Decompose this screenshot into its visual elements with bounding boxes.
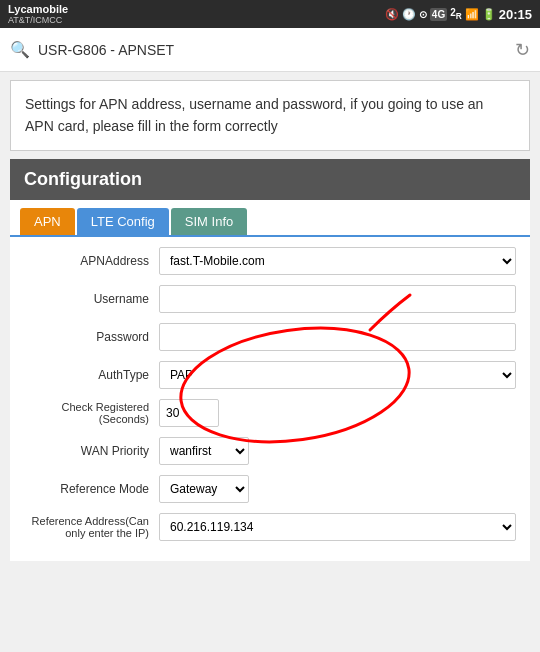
config-section: Configuration APN LTE Config SIM Info AP… xyxy=(10,159,530,561)
check-registered-input[interactable] xyxy=(159,399,219,427)
username-label: Username xyxy=(24,292,159,306)
info-text: Settings for APN address, username and p… xyxy=(25,96,483,134)
time-display: 20:15 xyxy=(499,7,532,22)
username-control xyxy=(159,285,516,313)
reference-mode-row: Reference Mode Gateway xyxy=(24,475,516,503)
username-input[interactable] xyxy=(159,285,516,313)
reference-mode-label: Reference Mode xyxy=(24,482,159,496)
form-body: APNAddress fast.T-Mobile.com Username Pa… xyxy=(10,237,530,561)
4g-badge: 4G xyxy=(430,8,447,21)
wan-priority-row: WAN Priority wanfirst xyxy=(24,437,516,465)
password-row: Password xyxy=(24,323,516,351)
password-control xyxy=(159,323,516,351)
tabs-bar: APN LTE Config SIM Info xyxy=(10,200,530,237)
clock-icon: 🕐 xyxy=(402,8,416,21)
auth-type-control: PAP xyxy=(159,361,516,389)
reference-address-label: Reference Address(Can only enter the IP) xyxy=(24,515,159,539)
auth-type-row: AuthType PAP xyxy=(24,361,516,389)
wan-priority-select[interactable]: wanfirst xyxy=(159,437,249,465)
battery-icon: 🔋 xyxy=(482,8,496,21)
carrier-sub: AT&T/ICMCC xyxy=(8,15,68,25)
username-row: Username xyxy=(24,285,516,313)
tab-lte-config[interactable]: LTE Config xyxy=(77,208,169,235)
info-box: Settings for APN address, username and p… xyxy=(10,80,530,151)
wan-priority-label: WAN Priority xyxy=(24,444,159,458)
apn-address-row: APNAddress fast.T-Mobile.com xyxy=(24,247,516,275)
config-header: Configuration xyxy=(10,159,530,200)
password-label: Password xyxy=(24,330,159,344)
status-bar: Lycamobile AT&T/ICMCC 🔇 🕐 ⊙ 4G 2R 📶 🔋 20… xyxy=(0,0,540,28)
reference-address-select[interactable]: 60.216.119.134 xyxy=(159,513,516,541)
signal-2r: 2R xyxy=(450,7,462,21)
tab-sim-info[interactable]: SIM Info xyxy=(171,208,247,235)
carrier-name: Lycamobile xyxy=(8,3,68,15)
search-bar: 🔍 ↻ xyxy=(0,28,540,72)
reference-mode-control: Gateway xyxy=(159,475,516,503)
wan-priority-control: wanfirst xyxy=(159,437,516,465)
status-icons: 🔇 🕐 ⊙ 4G 2R 📶 🔋 20:15 xyxy=(385,7,532,22)
tab-apn[interactable]: APN xyxy=(20,208,75,235)
auth-type-label: AuthType xyxy=(24,368,159,382)
reference-address-row: Reference Address(Can only enter the IP)… xyxy=(24,513,516,541)
carrier-info: Lycamobile AT&T/ICMCC xyxy=(8,3,68,25)
reference-address-control: 60.216.119.134 xyxy=(159,513,516,541)
apn-address-select[interactable]: fast.T-Mobile.com xyxy=(159,247,516,275)
mute-icon: 🔇 xyxy=(385,8,399,21)
search-icon: 🔍 xyxy=(10,40,30,59)
wifi-icon: ⊙ xyxy=(419,9,427,20)
search-input[interactable] xyxy=(38,42,507,58)
check-registered-control xyxy=(159,399,516,427)
password-input[interactable] xyxy=(159,323,516,351)
signal-bars: 📶 xyxy=(465,8,479,21)
check-registered-label: Check Registered (Seconds) xyxy=(24,401,159,425)
apn-address-label: APNAddress xyxy=(24,254,159,268)
reference-mode-select[interactable]: Gateway xyxy=(159,475,249,503)
apn-address-control: fast.T-Mobile.com xyxy=(159,247,516,275)
auth-type-select[interactable]: PAP xyxy=(159,361,516,389)
check-registered-row: Check Registered (Seconds) xyxy=(24,399,516,427)
refresh-icon[interactable]: ↻ xyxy=(515,39,530,61)
